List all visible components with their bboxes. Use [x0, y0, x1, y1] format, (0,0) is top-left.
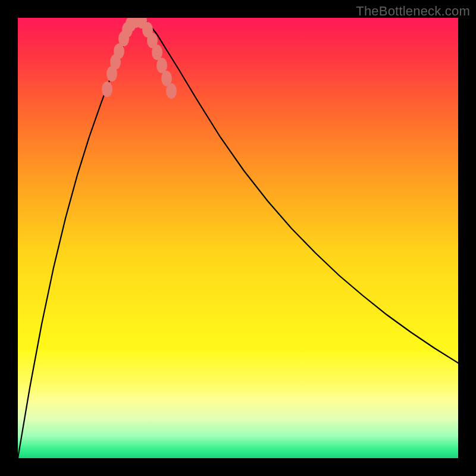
bottleneck-curve	[18, 18, 458, 458]
data-dot	[110, 54, 121, 70]
data-dot	[130, 18, 141, 28]
data-dot	[156, 58, 167, 73]
data-dot	[136, 18, 147, 29]
data-dot	[122, 22, 133, 37]
data-dots-layer	[18, 18, 458, 458]
data-dot	[107, 66, 117, 82]
data-dot	[152, 45, 162, 60]
data-dot	[166, 83, 177, 99]
chart-frame: TheBottleneck.com	[0, 0, 476, 476]
data-dot	[147, 33, 158, 48]
data-dot	[114, 43, 124, 59]
data-dot	[142, 22, 153, 37]
data-dot	[126, 18, 136, 32]
watermark-text: TheBottleneck.com	[356, 4, 470, 19]
plot-area	[18, 18, 458, 458]
data-dot	[161, 71, 172, 86]
data-dot	[118, 31, 129, 46]
data-dot	[102, 82, 112, 97]
